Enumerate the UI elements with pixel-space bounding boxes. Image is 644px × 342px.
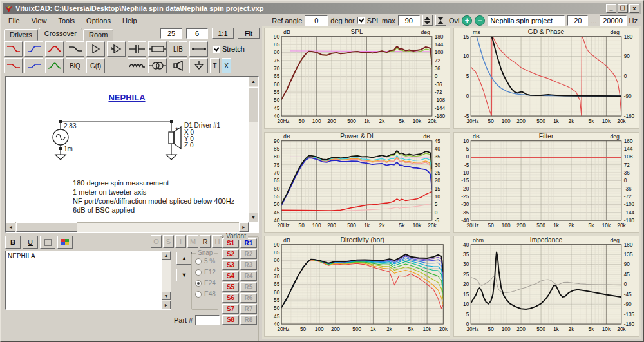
move-up-button[interactable]: ▲ bbox=[176, 252, 192, 265]
snap-option-e24[interactable]: E24 bbox=[195, 280, 218, 287]
variant-s2-button[interactable]: S2 bbox=[222, 249, 239, 259]
scroll-up-arrow[interactable]: ▲ bbox=[249, 77, 258, 86]
library-button[interactable]: LIB bbox=[169, 41, 187, 57]
type-r-button[interactable]: R bbox=[200, 235, 211, 248]
driver-symbol[interactable] bbox=[169, 132, 174, 144]
editor-scroll-corner[interactable]: ► bbox=[162, 301, 171, 309]
snap-option-e48[interactable]: E48 bbox=[195, 290, 218, 298]
title-bar[interactable]: VituixCAD: C:\Users\a\Desktop\Nephila sp… bbox=[3, 3, 641, 14]
tab-drivers[interactable]: Drivers bbox=[4, 29, 38, 41]
zoom-1to1-button[interactable]: 1:1 bbox=[212, 28, 234, 39]
variant-r5-button[interactable]: R5 bbox=[240, 282, 257, 292]
scroll-right-arrow[interactable]: ► bbox=[239, 222, 249, 232]
transformer-button[interactable] bbox=[148, 58, 167, 73]
label-text-editor[interactable]: NEPHILA bbox=[5, 251, 171, 310]
variant-r4-button[interactable]: R4 bbox=[240, 271, 257, 281]
freq-min-input[interactable] bbox=[567, 15, 588, 26]
scroll-left-arrow[interactable]: ◄ bbox=[6, 222, 15, 232]
zoom-fit-button[interactable]: Fit bbox=[238, 28, 260, 39]
overlay-add-button[interactable]: + bbox=[462, 15, 472, 26]
delete-tool-button[interactable]: X bbox=[222, 58, 231, 73]
variant-s4-button[interactable]: S4 bbox=[222, 271, 239, 281]
ground-button[interactable] bbox=[189, 58, 208, 73]
part-number-input[interactable] bbox=[195, 315, 220, 325]
type-o-button[interactable]: O bbox=[151, 235, 162, 248]
driver-component-button[interactable] bbox=[169, 58, 187, 73]
variant-r1-button[interactable]: R1 bbox=[240, 238, 257, 248]
inductor-button[interactable] bbox=[128, 58, 146, 73]
variant-s1-button[interactable]: S1 bbox=[222, 238, 239, 248]
project-name-input[interactable] bbox=[488, 15, 565, 26]
canvas-horizontal-scrollbar[interactable]: ◄ ► bbox=[6, 222, 249, 232]
gain-function-button[interactable]: G(f) bbox=[86, 58, 105, 73]
menu-view[interactable]: View bbox=[26, 15, 53, 26]
scroll-down-arrow[interactable]: ▼ bbox=[249, 213, 258, 222]
variant-s5-button[interactable]: S5 bbox=[222, 282, 239, 292]
variant-r2-button[interactable]: R2 bbox=[240, 249, 257, 259]
text-tool-button[interactable]: T bbox=[210, 58, 220, 73]
variant-r8-button[interactable]: R8 bbox=[240, 315, 257, 325]
tab-room[interactable]: Room bbox=[83, 29, 113, 41]
maximize-button[interactable]: ❐ bbox=[618, 4, 628, 13]
type-s-button[interactable]: S bbox=[163, 235, 174, 248]
radio-icon[interactable] bbox=[195, 269, 202, 276]
highpass-block-button[interactable] bbox=[24, 41, 43, 57]
type-m-button[interactable]: M bbox=[187, 235, 198, 248]
grid-size-input[interactable] bbox=[160, 28, 182, 39]
amplifier-button[interactable] bbox=[86, 41, 105, 57]
stretch-checkbox[interactable] bbox=[213, 46, 220, 53]
menu-tools[interactable]: Tools bbox=[52, 15, 80, 26]
lowpass1-block-button[interactable] bbox=[4, 58, 23, 73]
snap-option-e12[interactable]: E12 bbox=[195, 269, 218, 276]
variant-r7-button[interactable]: R7 bbox=[240, 304, 257, 314]
frame-button[interactable] bbox=[40, 236, 55, 249]
variant-s7-button[interactable]: S7 bbox=[222, 304, 239, 314]
editor-vertical-scrollbar[interactable]: ▲ ▼ ► bbox=[162, 251, 171, 309]
radio-icon-selected[interactable] bbox=[195, 280, 202, 287]
bold-button[interactable]: B bbox=[5, 236, 21, 249]
buffer-amplifier-button[interactable] bbox=[107, 41, 126, 57]
canvas-vertical-scrollbar[interactable]: ▲ ▼ bbox=[249, 77, 258, 222]
freq-max-input[interactable] bbox=[600, 15, 627, 26]
menu-file[interactable]: File bbox=[3, 15, 26, 26]
capacitor-button[interactable] bbox=[128, 41, 146, 57]
variant-s3-button[interactable]: S3 bbox=[222, 260, 239, 270]
snap-option-5pct[interactable]: 5 % bbox=[195, 258, 218, 265]
variant-r6-button[interactable]: R6 bbox=[240, 293, 257, 303]
move-down-button[interactable]: ▼ bbox=[176, 269, 192, 281]
vertical-scroll-thumb[interactable] bbox=[249, 87, 258, 122]
menu-help[interactable]: Help bbox=[117, 15, 143, 26]
close-button[interactable]: x bbox=[629, 4, 639, 13]
type-i-button[interactable]: I bbox=[175, 235, 186, 248]
autoscale-button[interactable] bbox=[435, 15, 446, 26]
color-picker-button[interactable] bbox=[57, 236, 73, 249]
radio-icon[interactable] bbox=[195, 291, 202, 298]
lowpass-block-button[interactable] bbox=[4, 41, 23, 57]
editor-scroll-down[interactable]: ▼ bbox=[162, 292, 171, 300]
radio-icon[interactable] bbox=[195, 258, 202, 265]
minimize-button[interactable]: _ bbox=[606, 4, 616, 13]
resistor-button[interactable] bbox=[148, 41, 167, 57]
tab-crossover[interactable]: Crossover bbox=[39, 28, 82, 41]
bandpass-block-button[interactable] bbox=[45, 41, 64, 57]
menu-options[interactable]: Options bbox=[80, 15, 117, 26]
variant-s8-button[interactable]: S8 bbox=[222, 315, 239, 325]
spl-max-checkbox[interactable] bbox=[357, 17, 365, 24]
highpass1-block-button[interactable] bbox=[24, 58, 43, 73]
variant-r3-button[interactable]: R3 bbox=[240, 260, 257, 270]
biquad-button[interactable]: BiQ bbox=[66, 58, 84, 73]
overlay-remove-button[interactable]: − bbox=[475, 15, 485, 26]
spl-max-spinner[interactable] bbox=[422, 15, 433, 26]
zoom-value-input[interactable] bbox=[186, 28, 208, 39]
stretch-option[interactable]: Stretch bbox=[213, 45, 245, 53]
wire-button[interactable] bbox=[189, 41, 208, 57]
underline-button[interactable]: U bbox=[23, 236, 38, 249]
ref-angle-input[interactable] bbox=[305, 15, 328, 26]
horizontal-scroll-thumb[interactable] bbox=[16, 222, 77, 232]
peak-eq-button[interactable] bbox=[45, 58, 64, 73]
editor-scroll-up[interactable]: ▲ bbox=[162, 251, 171, 260]
spl-max-input[interactable] bbox=[398, 15, 420, 26]
variant-s6-button[interactable]: S6 bbox=[222, 293, 239, 303]
schematic-canvas[interactable]: NEPHILA 2.83 1m + - bbox=[5, 76, 259, 233]
shelf-block-button[interactable] bbox=[66, 41, 84, 57]
